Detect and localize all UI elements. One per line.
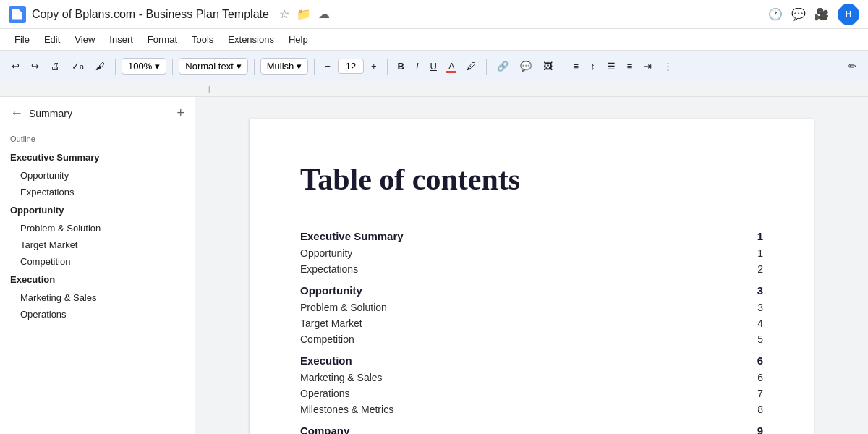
sidebar-item-opportunity[interactable]: Opportunity xyxy=(0,200,195,220)
separator-4 xyxy=(314,59,315,75)
image-button[interactable]: 🖼 xyxy=(539,58,557,75)
add-section-button[interactable]: + xyxy=(176,106,184,121)
toc-item-page: 8 xyxy=(718,401,763,417)
star-icon[interactable]: ☆ xyxy=(279,7,289,21)
toc-item-label[interactable]: Expectations xyxy=(300,261,718,277)
menu-edit[interactable]: Edit xyxy=(38,31,66,48)
text-style-dropdown[interactable]: Normal text ▾ xyxy=(179,58,247,75)
sidebar-item-operations[interactable]: Operations xyxy=(0,306,195,323)
text-style-arrow: ▾ xyxy=(237,61,242,72)
back-arrow-icon[interactable]: ← xyxy=(10,106,23,121)
folder-icon[interactable]: 📁 xyxy=(297,7,311,21)
title-icons: ☆ 📁 ☁ xyxy=(279,7,330,21)
toc-table: Executive Summary 1 Opportunity 1 Expect… xyxy=(300,223,763,434)
font-size-increase[interactable]: + xyxy=(367,58,381,75)
separator-2 xyxy=(172,59,173,75)
outline-label: Outline xyxy=(0,127,195,148)
app-icon xyxy=(9,6,26,23)
toc-section-label[interactable]: Company xyxy=(300,417,718,434)
spellcheck-button[interactable]: ✓a xyxy=(67,58,88,75)
toolbar: ↩ ↪ 🖨 ✓a 🖌 100% ▾ Normal text ▾ Mulish ▾… xyxy=(0,51,868,82)
menu-view[interactable]: View xyxy=(69,31,101,48)
edit-pencil-button[interactable]: ✏ xyxy=(844,58,861,75)
align-button[interactable]: ≡ xyxy=(569,58,584,75)
toc-section-pagenum: 1 xyxy=(718,223,763,245)
list-button[interactable]: ☰ xyxy=(603,58,620,75)
toc-section-opportunity: Opportunity 3 xyxy=(300,277,763,299)
font-arrow: ▾ xyxy=(297,61,302,72)
italic-button[interactable]: I xyxy=(412,58,423,75)
bold-button[interactable]: B xyxy=(393,58,409,75)
link-button[interactable]: 🔗 xyxy=(493,58,513,75)
sidebar-item-expectations[interactable]: Expectations xyxy=(0,184,195,200)
zoom-value: 100% xyxy=(128,61,152,72)
font-size-decrease[interactable]: − xyxy=(320,58,335,75)
video-icon[interactable]: 🎥 xyxy=(814,7,829,21)
print-button[interactable]: 🖨 xyxy=(46,58,64,75)
menu-tools[interactable]: Tools xyxy=(186,31,219,48)
toc-item-page: 1 xyxy=(718,245,763,261)
comment-button[interactable]: 💬 xyxy=(516,58,536,75)
toc-section-execution: Execution 6 xyxy=(300,347,763,370)
toc-item-page: 4 xyxy=(718,315,763,331)
indent-button[interactable]: ⇥ xyxy=(639,58,656,75)
toc-item-label[interactable]: Marketing & Sales xyxy=(300,370,718,386)
separator-1 xyxy=(115,59,116,75)
ruler-mark-0: | xyxy=(208,85,210,93)
sidebar-item-problem-solution[interactable]: Problem & Solution xyxy=(0,220,195,237)
paint-format-button[interactable]: 🖌 xyxy=(91,58,109,75)
menu-format[interactable]: Format xyxy=(142,31,183,48)
sidebar-item-opportunity-exec[interactable]: Opportunity xyxy=(0,167,195,184)
cloud-icon[interactable]: ☁ xyxy=(318,7,330,21)
toc-item-label[interactable]: Operations xyxy=(300,386,718,401)
toc-item-page: 6 xyxy=(718,370,763,386)
toc-item-page: 3 xyxy=(718,299,763,315)
toc-section-label[interactable]: Opportunity xyxy=(300,277,718,299)
separator-6 xyxy=(486,59,487,75)
history-icon[interactable]: 🕐 xyxy=(768,7,783,21)
sidebar-item-target-market[interactable]: Target Market xyxy=(0,237,195,253)
numbered-list-button[interactable]: ≡ xyxy=(623,58,637,75)
sidebar-item-competition[interactable]: Competition xyxy=(0,253,195,270)
menu-file[interactable]: File xyxy=(9,31,35,48)
font-dropdown[interactable]: Mulish ▾ xyxy=(260,58,309,75)
table-row: Marketing & Sales 6 xyxy=(300,370,763,386)
menu-help[interactable]: Help xyxy=(283,31,314,48)
more-button[interactable]: ⋮ xyxy=(659,58,677,75)
text-color-button[interactable]: A xyxy=(444,58,459,75)
underline-button[interactable]: U xyxy=(426,58,441,75)
toc-item-label[interactable]: Competition xyxy=(300,331,718,347)
undo-button[interactable]: ↩ xyxy=(7,58,24,75)
zoom-dropdown[interactable]: 100% ▾ xyxy=(122,58,166,75)
toc-section-pagenum: 6 xyxy=(718,347,763,370)
menu-bar: File Edit View Insert Format Tools Exten… xyxy=(0,29,868,51)
chat-icon[interactable]: 💬 xyxy=(791,7,806,21)
font-size-input[interactable] xyxy=(338,59,364,74)
toc-section-pagenum: 3 xyxy=(718,277,763,299)
toc-section-label[interactable]: Executive Summary xyxy=(300,223,718,245)
table-row: Expectations 2 xyxy=(300,261,763,277)
text-style-value: Normal text xyxy=(185,61,233,72)
toc-item-page: 5 xyxy=(718,331,763,347)
ruler: | xyxy=(0,82,868,97)
toc-item-label[interactable]: Target Market xyxy=(300,315,718,331)
toc-item-label[interactable]: Problem & Solution xyxy=(300,299,718,315)
toc-item-page: 7 xyxy=(718,386,763,401)
sidebar-item-executive-summary[interactable]: Executive Summary xyxy=(0,148,195,167)
sidebar-item-execution[interactable]: Execution xyxy=(0,270,195,289)
title-bar-right: 🕐 💬 🎥 H xyxy=(768,4,859,25)
redo-button[interactable]: ↪ xyxy=(27,58,43,75)
menu-insert[interactable]: Insert xyxy=(103,31,139,48)
toc-section-pagenum: 9 xyxy=(718,417,763,434)
line-spacing-button[interactable]: ↕ xyxy=(586,58,600,75)
toc-section-label[interactable]: Execution xyxy=(300,347,718,370)
menu-extensions[interactable]: Extensions xyxy=(222,31,280,48)
table-row: Target Market 4 xyxy=(300,315,763,331)
avatar[interactable]: H xyxy=(838,4,859,25)
toc-item-label[interactable]: Milestones & Metrics xyxy=(300,401,718,417)
toc-section-company: Company 9 xyxy=(300,417,763,434)
sidebar-item-marketing-sales[interactable]: Marketing & Sales xyxy=(0,289,195,306)
highlight-button[interactable]: 🖊 xyxy=(462,58,480,75)
toc-item-label[interactable]: Opportunity xyxy=(300,245,718,261)
toc-title: Table of contents xyxy=(300,162,763,197)
